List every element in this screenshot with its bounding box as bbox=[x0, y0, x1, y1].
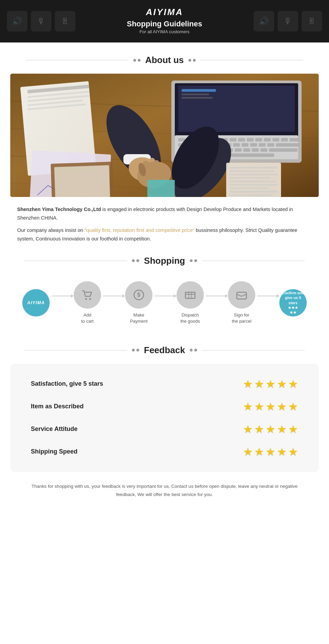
flow-label-5: Sign forthe parcel bbox=[232, 312, 251, 324]
dot-9 bbox=[132, 349, 135, 351]
svg-rect-69 bbox=[147, 180, 175, 197]
header: 🔊 🎙 🎚 🔊 🎙 🎚 AIYIMA Shopping Guidelines F… bbox=[0, 0, 329, 42]
dot-6 bbox=[136, 259, 139, 262]
star-4-1: ★ bbox=[243, 445, 253, 458]
payment-icon: $ bbox=[133, 289, 145, 301]
feedback-dots-right bbox=[190, 349, 197, 351]
flow-step-5: Sign forthe parcel bbox=[228, 281, 255, 324]
svg-rect-77 bbox=[230, 187, 267, 189]
philosophy-prefix: Our company always insist on bbox=[17, 227, 85, 233]
feedback-row-2: Item as Described ★ ★ ★ ★ ★ bbox=[31, 400, 298, 413]
feedback-line-left bbox=[24, 350, 127, 350]
shopping-section: Shopping AIYIMA Addto cart bbox=[0, 256, 329, 331]
svg-rect-72 bbox=[230, 170, 274, 172]
star-2-1: ★ bbox=[243, 400, 253, 413]
dot-1 bbox=[133, 59, 136, 62]
svg-rect-42 bbox=[252, 148, 259, 152]
feedback-section-header: Feedback bbox=[0, 345, 329, 356]
about-dots-left bbox=[133, 59, 141, 62]
feedback-section-title: Feedback bbox=[144, 345, 185, 356]
svg-rect-78 bbox=[230, 191, 278, 193]
svg-rect-33 bbox=[276, 143, 299, 147]
svg-rect-15 bbox=[238, 138, 245, 141]
about-image bbox=[10, 74, 319, 197]
star-3-4: ★ bbox=[277, 423, 287, 436]
shopping-flow: AIYIMA Addto cart $ bbox=[0, 274, 329, 331]
stars-group-1: ★ ★ ★ ★ ★ bbox=[243, 377, 298, 391]
feedback-label-2: Item as Described bbox=[31, 403, 84, 410]
shopping-line-right bbox=[202, 261, 305, 261]
flow-step-6: Confirm andgive us 5 stars★★★★★ bbox=[279, 289, 307, 317]
about-line-right bbox=[200, 60, 303, 60]
flow-step-2: Addto cart bbox=[74, 281, 101, 324]
dot-3 bbox=[188, 59, 191, 62]
svg-rect-31 bbox=[259, 143, 266, 147]
shopping-line-left bbox=[24, 261, 127, 261]
svg-rect-18 bbox=[264, 138, 271, 141]
star-2-5: ★ bbox=[288, 400, 298, 413]
stars-group-2: ★ ★ ★ ★ ★ bbox=[243, 400, 298, 413]
dot-8 bbox=[194, 259, 197, 262]
confirm-label: Confirm andgive us 5 stars★★★★★ bbox=[279, 289, 307, 316]
flow-step-4: Dispatchthe goods bbox=[176, 281, 204, 324]
dispatch-icon bbox=[184, 289, 196, 301]
shopping-section-header: Shopping bbox=[0, 256, 329, 266]
svg-rect-49 bbox=[182, 97, 212, 99]
svg-rect-41 bbox=[243, 148, 250, 152]
cart-icon bbox=[81, 289, 94, 301]
svg-rect-73 bbox=[230, 174, 278, 175]
feedback-label-1: Satisfaction, give 5 stars bbox=[31, 380, 103, 387]
star-2-4: ★ bbox=[277, 400, 287, 413]
footer-text: Thanks for shopping with us, your feedba… bbox=[27, 482, 302, 499]
dot-4 bbox=[193, 59, 196, 62]
flow-step-3: $ MakePayment bbox=[125, 281, 153, 324]
flow-arrow-3 bbox=[154, 296, 175, 296]
feedback-label-3: Service Attitude bbox=[31, 425, 77, 433]
feedback-dots-left bbox=[132, 349, 139, 351]
flow-label-2: Addto cart bbox=[81, 312, 94, 324]
star-3-3: ★ bbox=[266, 423, 276, 436]
shopping-dots-left bbox=[132, 259, 139, 262]
flow-arrow-5 bbox=[257, 296, 278, 296]
shopping-dots-right bbox=[190, 259, 197, 262]
star-1-1: ★ bbox=[243, 377, 253, 391]
flow-arrow-2 bbox=[103, 296, 123, 296]
svg-rect-19 bbox=[272, 138, 279, 141]
star-1-3: ★ bbox=[266, 377, 276, 391]
flow-step-1: AIYIMA bbox=[22, 289, 50, 317]
svg-rect-14 bbox=[230, 138, 236, 141]
svg-rect-47 bbox=[182, 89, 216, 92]
svg-rect-79 bbox=[230, 194, 272, 196]
about-section-header: About us bbox=[0, 55, 329, 65]
flow-label-4: Dispatchthe goods bbox=[180, 312, 200, 324]
feedback-row-3: Service Attitude ★ ★ ★ ★ ★ bbox=[31, 423, 298, 436]
stars-group-3: ★ ★ ★ ★ ★ bbox=[243, 423, 298, 436]
feedback-line-right bbox=[202, 350, 305, 350]
svg-text:$: $ bbox=[137, 292, 141, 298]
company-name: Shenzhen Yima Technology Co.,Ltd bbox=[17, 207, 101, 212]
about-image-bg bbox=[10, 74, 319, 197]
svg-rect-46 bbox=[178, 86, 295, 132]
svg-rect-58 bbox=[54, 165, 110, 197]
dot-2 bbox=[138, 59, 141, 62]
dot-5 bbox=[132, 259, 135, 262]
dot-12 bbox=[194, 349, 197, 351]
dot-10 bbox=[136, 349, 139, 351]
svg-rect-40 bbox=[235, 148, 242, 152]
shopping-section-title: Shopping bbox=[144, 256, 185, 266]
svg-rect-75 bbox=[230, 181, 276, 182]
svg-rect-43 bbox=[260, 148, 267, 152]
star-3-2: ★ bbox=[254, 423, 264, 436]
star-1-5: ★ bbox=[288, 377, 298, 391]
svg-rect-86 bbox=[185, 292, 195, 294]
dot-11 bbox=[190, 349, 193, 351]
svg-rect-89 bbox=[237, 292, 246, 299]
header-subtitle: For all AIYIMA customers bbox=[0, 29, 329, 34]
svg-rect-76 bbox=[230, 184, 278, 186]
star-1-2: ★ bbox=[254, 377, 264, 391]
star-4-3: ★ bbox=[266, 445, 276, 458]
flow-label-3: MakePayment bbox=[130, 312, 147, 324]
feedback-row-1: Satisfaction, give 5 stars ★ ★ ★ ★ ★ bbox=[31, 377, 298, 391]
svg-rect-30 bbox=[250, 143, 257, 147]
star-4-5: ★ bbox=[288, 445, 298, 458]
